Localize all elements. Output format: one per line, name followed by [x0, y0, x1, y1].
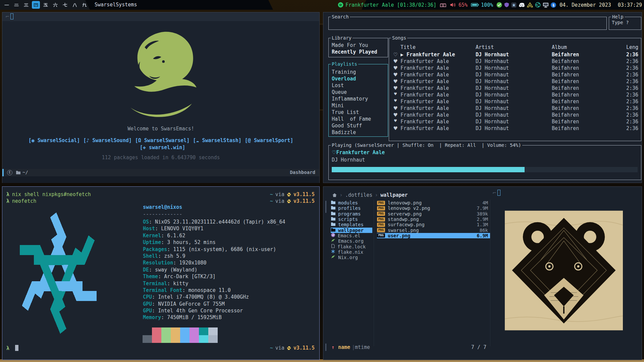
song-row-7[interactable]: ♥Frankfurter AaleDJ HornhautBeifahren2:3…	[389, 92, 641, 99]
sort-direction-arrow[interactable]: ↑	[331, 344, 334, 350]
file-row-user.png[interactable]: PNGuser.png6.9M	[377, 233, 490, 238]
column-album[interactable]: Album	[552, 44, 567, 50]
parent-item-modules[interactable]: modules	[331, 200, 372, 205]
parent-item-profiles[interactable]: profiles	[331, 205, 372, 211]
library-item-made-for-you[interactable]: Made For You	[332, 42, 368, 49]
song-length: 2:36	[626, 85, 638, 91]
song-row-1[interactable]: ♡▶ Frankfurter AaleDJ HornhautBeifahren2…	[389, 52, 641, 58]
playlist-item-training[interactable]: Training	[332, 69, 356, 76]
breadcrumb-root[interactable]: .dotfiles	[345, 192, 372, 198]
parent-item-programs[interactable]: programs	[331, 211, 372, 217]
playlist-item-lost[interactable]: Lost	[332, 82, 344, 89]
breadcrumb-current-dir[interactable]: wallpaper	[380, 192, 408, 198]
song-row-6[interactable]: ♥Frankfurter AaleDJ HornhautBeifahren2:3…	[389, 85, 641, 92]
bluetooth-icon[interactable]	[551, 2, 556, 8]
heart-icon[interactable]: ♥	[392, 58, 398, 64]
song-row-2[interactable]: ♥Frankfurter AaleDJ HornhautBeifahren2:3…	[389, 58, 641, 65]
file-row-standwp.png[interactable]: PNGstandwp.png2.9M	[377, 217, 490, 222]
kdeconnect-icon[interactable]	[511, 2, 517, 8]
workspace-7[interactable]	[61, 1, 69, 9]
clock-display[interactable]: 03:37:29	[618, 2, 642, 8]
song-row-3[interactable]: ♥Frankfurter AaleDJ HornhautBeifahren2:3…	[389, 65, 641, 72]
file-row-lenovowp_v2.png[interactable]: PNGlenovowp_v2.png7.9M	[377, 205, 490, 211]
playing-artist: DJ Hornhaut	[332, 157, 365, 163]
playlist-item-hall-of-fame[interactable]: Hall of Fame	[332, 116, 371, 123]
song-row-12[interactable]: ♥Frankfurter AaleDJ HornhautBeifahren2:3…	[389, 125, 641, 132]
song-row-5[interactable]: ♥Frankfurter AaleDJ HornhautBeifahren2:3…	[389, 78, 641, 85]
playlist-item-mini[interactable]: Mini	[332, 103, 344, 109]
playlist-item-badizzle[interactable]: Badizzle	[332, 129, 356, 136]
workspace-6[interactable]	[51, 1, 59, 9]
tent-icon[interactable]	[527, 2, 533, 7]
dashboard-button-2[interactable]: [♪ SwarselSound]	[83, 137, 132, 143]
song-row-8[interactable]: ♥Frankfurter AaleDJ HornhautBeifahren2:3…	[389, 99, 641, 105]
parent-item-emacs.el[interactable]: Emacs.el	[331, 233, 372, 238]
shield-icon[interactable]	[504, 2, 509, 8]
volume-module[interactable]: 65%	[450, 2, 468, 8]
playing-heart-icon[interactable]: ♡	[332, 149, 336, 156]
file-row-surfacewp.png[interactable]: PNGsurfacewp.png1.3M	[377, 222, 490, 227]
scrollbar[interactable]	[325, 201, 326, 213]
heart-icon[interactable]: ♥	[392, 99, 398, 103]
workspace-5[interactable]	[42, 1, 50, 9]
bridge-icon[interactable]	[440, 2, 446, 7]
workspace-2[interactable]	[12, 1, 20, 9]
progress-track[interactable]	[332, 167, 638, 172]
dashboard-link-swarsel-win[interactable]: [❖ swarsel.win]	[4, 144, 321, 150]
file-row-lenovowp.png[interactable]: PNGlenovowp.png4M	[377, 200, 490, 205]
workspace-8[interactable]	[71, 1, 79, 9]
battery-module[interactable]: 100%	[471, 2, 493, 8]
column-length[interactable]: Leng	[626, 44, 638, 50]
workspace-1[interactable]	[3, 1, 11, 9]
check-icon[interactable]	[496, 2, 502, 8]
parent-item-scripts[interactable]: scripts	[331, 217, 372, 222]
parent-item-emacs.org[interactable]: Emacs.org	[331, 238, 372, 244]
library-item-recently-played[interactable]: Recently Played	[332, 49, 377, 56]
playlist-item-overload[interactable]: Overload	[332, 76, 356, 82]
heart-icon[interactable]: ♥	[392, 125, 398, 131]
workspace-9[interactable]	[80, 1, 89, 9]
heart-icon[interactable]: ♥	[392, 105, 398, 111]
playlist-item-good-stuff[interactable]: Good Stuff	[332, 123, 362, 129]
song-row-11[interactable]: ♥Frankfurter AaleDJ HornhautBeifahren2:3…	[389, 119, 641, 125]
song-row-10[interactable]: ♥Frankfurter AaleDJ HornhautBeifahren2:3…	[389, 112, 641, 119]
heart-icon[interactable]: ♥	[392, 65, 398, 71]
sort-key[interactable]: name	[338, 344, 350, 350]
heart-icon[interactable]: ♥	[392, 119, 398, 123]
playlist-item-true-list[interactable]: True List	[332, 109, 359, 116]
column-title[interactable]: Title	[400, 44, 416, 50]
workspace-4[interactable]	[32, 1, 40, 9]
parent-item-nix.org[interactable]: Nix.org	[331, 255, 372, 260]
dashboard-button-3[interactable]: [Ω SwarselSwarsel]	[135, 137, 190, 143]
playlist-item-queue[interactable]: Queue	[332, 89, 347, 96]
parent-item-wallpaper[interactable]: wallpaper	[331, 228, 372, 233]
heart-icon[interactable]: ♥	[392, 85, 398, 91]
song-row-9[interactable]: ♥Frankfurter AaleDJ HornhautBeifahren2:3…	[389, 105, 641, 112]
discord-icon[interactable]	[519, 2, 525, 7]
monitor-icon[interactable]	[543, 2, 549, 8]
parent-item-flake.nix[interactable]: flake.nix	[331, 249, 372, 255]
sort-alt-key[interactable]: mtime	[355, 344, 370, 350]
file-row-swarsel.png[interactable]: PNGswarsel.png86k	[377, 228, 490, 233]
file-row-serverwp.png[interactable]: PNGserverwp.png389k	[377, 211, 490, 217]
parent-item-templates[interactable]: templates	[331, 222, 372, 227]
playlist-item-inflammatory[interactable]: Inflammatory	[332, 96, 368, 103]
dashboard-button-5[interactable]: [@ SwarselSport]	[245, 137, 293, 143]
parent-item-flake.lock[interactable]: flake.lock	[331, 244, 372, 249]
song-row-4[interactable]: ♥Frankfurter AaleDJ HornhautBeifahren2:3…	[389, 72, 641, 78]
syncthing-icon[interactable]	[535, 2, 541, 8]
search-input[interactable]: Search	[328, 17, 607, 30]
png-file-icon: PNG	[377, 228, 385, 232]
column-artist[interactable]: Artist	[476, 44, 494, 50]
workspace-3[interactable]	[22, 1, 30, 9]
dashboard-button-4[interactable]: [☁ SwarselStash]	[193, 137, 241, 143]
heart-icon[interactable]: ♥	[392, 92, 398, 96]
heart-icon[interactable]: ♥	[392, 72, 398, 78]
heart-icon[interactable]: ♡	[392, 52, 398, 58]
now-playing-module[interactable]: Frankfurter Aale [01:38/02:36]	[338, 2, 436, 8]
home-icon[interactable]	[332, 193, 337, 197]
dashboard-button-1[interactable]: [◉ SwarselSocial]	[29, 137, 80, 143]
heart-icon[interactable]: ♥	[392, 112, 398, 118]
heart-icon[interactable]: ♥	[392, 78, 398, 84]
date-display[interactable]: 04. Dezember 2023	[559, 2, 611, 8]
